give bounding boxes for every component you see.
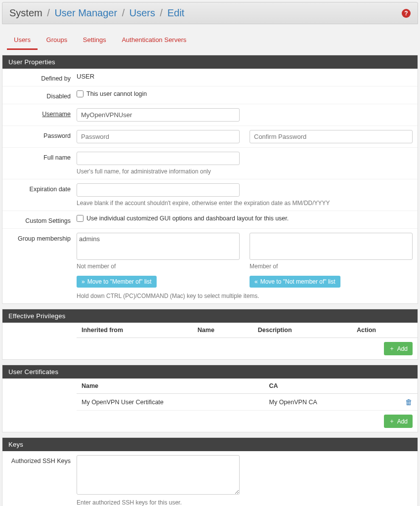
move-to-not-member-button[interactable]: « Move to "Not member of" list (250, 276, 340, 288)
breadcrumb: System / User Manager / Users / Edit (9, 7, 184, 19)
breadcrumb-edit[interactable]: Edit (168, 7, 184, 18)
label-group-membership: Group membership (7, 233, 77, 242)
tab-users[interactable]: Users (7, 31, 38, 50)
plus-icon: ＋ (389, 344, 395, 353)
checkbox-custom[interactable] (77, 215, 84, 222)
group-option-admins[interactable]: admins (79, 235, 237, 243)
label-defined-by: Defined by (7, 73, 77, 82)
label-expiration: Expiration date (7, 183, 77, 193)
groups-not-member-select[interactable]: admins (77, 233, 240, 260)
move-to-member-button[interactable]: » Move to "Member of" list (77, 276, 157, 288)
trash-icon[interactable]: 🗑 (405, 398, 413, 406)
checkbox-custom-text: Use individual customized GUI options an… (86, 215, 289, 222)
panel-keys: Keys Authorized SSH Keys Enter authorize… (2, 437, 418, 506)
certificates-table: Name CA My OpenVPN User Certificate My O… (77, 379, 418, 411)
confirm-password-input[interactable] (250, 130, 413, 143)
breadcrumb-root: System (9, 7, 42, 18)
privileges-table: Inherited from Name Description Action (77, 323, 418, 338)
panel-heading-user-properties: User Properties (2, 55, 418, 69)
chevron-right-icon: » (82, 278, 85, 285)
label-password: Password (7, 130, 77, 139)
label-fullname: Full name (7, 152, 77, 161)
panel-heading-privileges: Effective Privileges (2, 309, 418, 323)
breadcrumb-bar: System / User Manager / Users / Edit ? (2, 2, 418, 24)
checkbox-disabled-text: This user cannot login (86, 90, 147, 97)
label-ssh-keys: Authorized SSH Keys (7, 455, 77, 464)
cert-name: My OpenVPN User Certificate (77, 394, 264, 411)
breadcrumb-users[interactable]: Users (129, 7, 155, 18)
password-input[interactable] (77, 130, 240, 143)
add-certificate-button[interactable]: ＋ Add (384, 415, 413, 428)
help-icon[interactable]: ? (402, 9, 411, 18)
panel-heading-certificates: User Certificates (2, 365, 418, 379)
checkbox-disabled[interactable] (77, 90, 84, 97)
breadcrumb-user-manager[interactable]: User Manager (54, 7, 117, 18)
hint-fullname: User's full name, for administrative inf… (77, 168, 240, 175)
label-custom-settings: Custom Settings (7, 215, 77, 224)
label-disabled: Disabled (7, 90, 77, 100)
fullname-input[interactable] (77, 152, 240, 165)
tab-auth-servers[interactable]: Authentication Servers (115, 31, 193, 48)
label-username: Username (7, 108, 77, 118)
cert-ca: My OpenVPN CA (264, 394, 398, 411)
th-inherited-from: Inherited from (77, 323, 193, 338)
th-description: Description (253, 323, 352, 338)
label-member-of: Member of (250, 263, 413, 270)
panel-privileges: Effective Privileges Inherited from Name… (2, 309, 418, 360)
value-defined-by: USER (77, 73, 94, 80)
plus-icon: ＋ (389, 417, 395, 425)
table-row: My OpenVPN User Certificate My OpenVPN C… (77, 394, 418, 411)
groups-member-select[interactable] (250, 233, 413, 260)
checkbox-custom-wrapper[interactable]: Use individual customized GUI options an… (77, 215, 289, 222)
th-cert-ca: CA (264, 379, 398, 394)
checkbox-disabled-wrapper[interactable]: This user cannot login (77, 90, 147, 97)
hint-ssh-keys: Enter authorized SSH keys for this user. (77, 499, 240, 506)
th-name: Name (193, 323, 253, 338)
tab-groups[interactable]: Groups (40, 31, 75, 48)
panel-certificates: User Certificates Name CA My OpenVPN Use… (2, 365, 418, 432)
hint-expiration: Leave blank if the account shouldn't exp… (77, 200, 413, 207)
hint-groups: Hold down CTRL (PC)/COMMAND (Mac) key to… (77, 293, 259, 299)
ssh-keys-textarea[interactable] (77, 455, 240, 495)
panel-user-properties: User Properties Defined by USER Disabled… (2, 55, 418, 304)
chevron-left-icon: « (254, 278, 258, 285)
panel-heading-keys: Keys (2, 438, 418, 451)
tabs: Users Groups Settings Authentication Ser… (2, 26, 418, 50)
add-privilege-button[interactable]: ＋ Add (384, 342, 413, 355)
th-cert-name: Name (77, 379, 264, 394)
th-action: Action (352, 323, 418, 338)
tab-settings[interactable]: Settings (76, 31, 113, 48)
username-input[interactable] (77, 108, 240, 122)
label-not-member-of: Not member of (77, 263, 240, 270)
expiration-input[interactable] (77, 183, 240, 197)
